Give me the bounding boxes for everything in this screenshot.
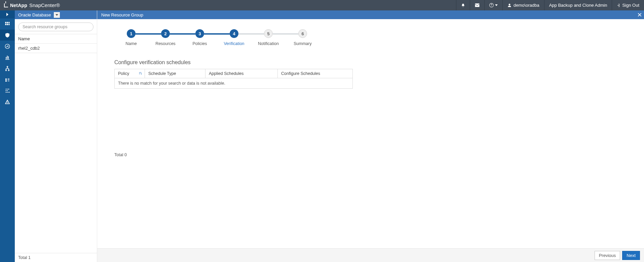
user-menu[interactable]: demo\oradba (502, 0, 544, 10)
list-item[interactable]: rhel2_cdb2 (15, 44, 97, 53)
list-body: rhel2_cdb2 (15, 44, 97, 253)
svg-point-5 (9, 92, 10, 93)
schedules-table: Policy Schedule Type Applied Schedules C… (114, 69, 353, 89)
sign-out-icon (617, 3, 621, 7)
step-notification[interactable]: 5 Notification (251, 29, 286, 46)
chevron-down-icon (495, 4, 498, 6)
resource-list-panel: Oracle Database Name rhel2_cdb2 Total 1 (15, 10, 97, 262)
previous-button[interactable]: Previous (595, 251, 620, 260)
list-column-header: Name (15, 34, 97, 44)
nav-item-alerts[interactable] (0, 96, 15, 107)
step-name[interactable]: 1 Name (114, 29, 148, 46)
chevron-down-icon (55, 14, 58, 16)
list-total: Total 1 (15, 253, 97, 262)
user-icon (507, 3, 512, 7)
svg-point-1 (491, 6, 492, 6)
wizard-header: New Resource Group (97, 10, 644, 19)
sliders-icon (5, 88, 10, 93)
svg-point-3 (8, 89, 9, 90)
chart-icon (5, 55, 10, 60)
next-button[interactable]: Next (622, 251, 640, 260)
nav-item-settings[interactable] (0, 85, 15, 96)
col-policy[interactable]: Policy (115, 69, 145, 78)
col-configure-schedules[interactable]: Configure Schedules (278, 69, 353, 78)
alert-icon (5, 99, 10, 104)
sort-asc-icon (139, 71, 142, 76)
verification-section: Configure verification schedules Policy … (114, 59, 353, 157)
nav-item-storage[interactable] (0, 74, 15, 85)
chevron-right-icon (6, 13, 9, 16)
col-applied-schedules[interactable]: Applied Schedules (205, 69, 278, 78)
wizard-stepper: 1 Name 2 Resources 3 Policies 4 Verifica… (114, 29, 627, 46)
svg-point-4 (7, 90, 8, 91)
nav-item-monitor[interactable] (0, 41, 15, 52)
nav-item-dashboard[interactable] (0, 18, 15, 30)
resource-type-selector: Oracle Database (15, 10, 97, 19)
nav-item-resources[interactable] (0, 30, 15, 41)
empty-message: There is no match for your search or dat… (115, 78, 353, 89)
sign-out-text: Sign Out (622, 3, 639, 8)
sign-out-button[interactable]: Sign Out (612, 0, 644, 10)
col-schedule-type[interactable]: Schedule Type (145, 69, 205, 78)
user-name: demo\oradba (514, 3, 539, 8)
role-text: App Backup and Clone Admin (549, 3, 607, 8)
resource-type-dropdown-button[interactable] (54, 12, 60, 18)
step-verification[interactable]: 4 Verification (217, 29, 251, 46)
help-icon (489, 3, 494, 7)
role-label[interactable]: App Backup and Clone Admin (544, 0, 612, 10)
step-resources[interactable]: 2 Resources (148, 29, 183, 46)
notifications-button[interactable] (456, 0, 470, 10)
messages-button[interactable] (470, 0, 484, 10)
nav-item-hosts[interactable] (0, 63, 15, 74)
bell-icon (461, 3, 465, 7)
topbar: NetApp SnapCenter® demo\oradba App Backu… (0, 0, 644, 10)
section-title: Configure verification schedules (114, 59, 353, 66)
brand: NetApp SnapCenter® (0, 0, 64, 10)
step-summary[interactable]: 6 Summary (286, 29, 320, 46)
grid-icon (5, 21, 10, 27)
wizard-footer: Previous Next (97, 248, 644, 262)
brand-product: SnapCenter® (29, 2, 60, 8)
wizard-title: New Resource Group (101, 12, 143, 17)
netapp-logo-icon (4, 3, 8, 7)
storage-icon (5, 77, 10, 82)
search-input[interactable] (18, 23, 93, 31)
mail-icon (475, 3, 480, 7)
step-policies[interactable]: 3 Policies (183, 29, 217, 46)
nav-item-reports[interactable] (0, 52, 15, 63)
brand-company: NetApp (10, 3, 27, 8)
wizard-close-button[interactable] (637, 12, 642, 17)
hierarchy-icon (5, 66, 10, 71)
shield-check-icon (5, 33, 10, 38)
wizard-panel: New Resource Group 1 Name 2 Resources 3 (97, 10, 644, 262)
nav-expand-button[interactable] (0, 10, 15, 18)
close-icon (637, 12, 642, 17)
resource-type-label: Oracle Database (18, 12, 51, 17)
nav-sidebar (0, 10, 15, 262)
help-button[interactable] (484, 0, 502, 10)
gauge-icon (5, 44, 10, 49)
table-total: Total 0 (114, 152, 353, 157)
